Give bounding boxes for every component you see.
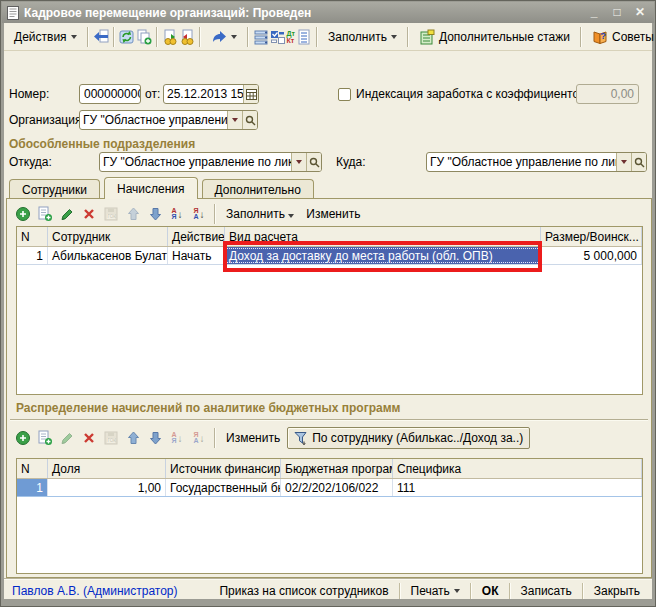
cell-share[interactable]: 1,00	[48, 479, 166, 496]
set-flags-button[interactable]	[270, 26, 286, 48]
to-dropdown-button[interactable]	[616, 153, 631, 171]
column-header[interactable]: Размер/Воинск...	[541, 227, 642, 246]
end-edit-button[interactable]: ГОК	[101, 428, 121, 448]
go-to-button[interactable]	[205, 26, 243, 48]
column-header[interactable]: Источник финансирован...	[166, 459, 281, 478]
chevron-down-icon	[391, 35, 397, 39]
actions-button[interactable]: Действия	[8, 26, 83, 48]
move-up-button[interactable]	[123, 204, 143, 224]
close-button[interactable]: ✕	[631, 5, 649, 20]
accruals-fill-button[interactable]: Заполнить	[221, 205, 299, 223]
refresh-button[interactable]	[119, 26, 135, 48]
go-to-icon	[211, 29, 227, 45]
column-header[interactable]: Специфика	[393, 459, 642, 478]
toolbar-separator	[87, 27, 89, 47]
from-dropdown-button[interactable]	[291, 153, 306, 171]
from-select[interactable]: ГУ "Областное управление по ликви	[99, 152, 322, 172]
from-search-button[interactable]	[306, 153, 321, 171]
sort-descending-button[interactable]: ЯА↓	[189, 428, 209, 448]
toolbar-separator	[156, 27, 158, 47]
register-records-button[interactable]	[296, 26, 312, 48]
by-employee-filter-button[interactable]: По сотруднику (Абилькас../Доход за..)	[287, 427, 530, 449]
sort-asc-icon: АЯ	[171, 432, 176, 445]
additional-experience-button[interactable]: Дополнительные стажи	[413, 26, 576, 48]
to-search-button[interactable]	[631, 153, 646, 171]
delete-row-button[interactable]	[79, 204, 99, 224]
maximize-button[interactable]: □	[608, 5, 626, 20]
cell-employee[interactable]: Абилькасенов Булат Ома...	[48, 247, 168, 264]
date-input[interactable]: 25.12.2013 15:21:14	[163, 84, 259, 104]
column-header[interactable]: Вид расчета	[225, 227, 541, 246]
column-header[interactable]: N	[17, 227, 48, 246]
indexation-coefficient-field: 0,00	[576, 84, 639, 104]
cell-calculation-type-selected[interactable]: Доход за доставку до места работы (обл. …	[225, 247, 541, 264]
accruals-change-button[interactable]: Изменить	[301, 205, 365, 223]
cell-amount[interactable]: 5 000,000	[541, 247, 642, 264]
distribution-change-button[interactable]: Изменить	[221, 429, 285, 447]
move-down-button[interactable]	[145, 204, 165, 224]
postings-button[interactable]: ДтКт	[287, 26, 295, 48]
edit-row-button[interactable]	[57, 428, 77, 448]
edit-row-button[interactable]	[57, 204, 77, 224]
cell-number[interactable]: 1	[17, 247, 48, 264]
move-up-button[interactable]	[123, 428, 143, 448]
pencil-icon	[60, 431, 74, 445]
table-row[interactable]: 1 1,00 Государственный бюджет 02/2/202/1…	[17, 479, 642, 497]
filter-funnel-icon	[294, 431, 308, 445]
tips-button[interactable]: ? Советы	[586, 26, 656, 48]
arrow-up-icon	[127, 207, 140, 221]
copy-row-button[interactable]	[35, 428, 55, 448]
minimize-button[interactable]: _	[585, 5, 603, 20]
sort-ascending-button[interactable]: АЯ↓	[167, 428, 187, 448]
cell-budget-program[interactable]: 02/2/202/106/022	[281, 479, 393, 496]
cell-action[interactable]: Начать	[168, 247, 225, 264]
copy-add-button[interactable]	[136, 26, 152, 48]
search-icon	[245, 115, 256, 126]
unpost-document-button[interactable]	[179, 26, 195, 48]
cell-funding-source[interactable]: Государственный бюджет	[166, 479, 281, 496]
calendar-button[interactable]	[243, 85, 258, 103]
delete-row-button[interactable]	[79, 428, 99, 448]
fill-button[interactable]: Заполнить	[322, 26, 403, 48]
print-button[interactable]: Печать	[407, 582, 464, 600]
tab-accruals[interactable]: Начисления	[104, 177, 198, 199]
organization-dropdown-button[interactable]	[227, 111, 242, 129]
organization-select[interactable]: ГУ "Областное управление по ликви	[79, 110, 258, 130]
search-icon	[634, 157, 645, 168]
move-down-button[interactable]	[145, 428, 165, 448]
current-user-link[interactable]: Павлов А.В. (Администратор)	[12, 584, 178, 598]
distribution-table: N Доля Источник финансирован... Бюджетна…	[16, 458, 643, 574]
column-header[interactable]: N	[17, 459, 48, 478]
column-header[interactable]: Действие	[168, 227, 225, 246]
tab-additional[interactable]: Дополнительно	[202, 179, 314, 199]
close-form-button[interactable]: Закрыть	[590, 582, 644, 600]
tab-employees[interactable]: Сотрудники	[9, 179, 100, 199]
to-select[interactable]: ГУ "Областное управление по ликви	[426, 152, 647, 172]
column-header[interactable]: Доля	[48, 459, 166, 478]
add-row-button[interactable]	[13, 204, 33, 224]
reread-button[interactable]	[93, 26, 109, 48]
copy-row-button[interactable]	[35, 204, 55, 224]
end-edit-button[interactable]: ГОК	[101, 204, 121, 224]
post-document-button[interactable]	[162, 26, 178, 48]
table-row[interactable]: 1 Абилькасенов Булат Ома... Начать Доход…	[17, 247, 642, 265]
save-button[interactable]: Записать	[517, 582, 576, 600]
window: Кадровое перемещение организаций: Провед…	[0, 0, 656, 607]
cell-specifics[interactable]: 111	[393, 479, 642, 496]
column-header[interactable]: Сотрудник	[48, 227, 168, 246]
add-row-button[interactable]	[13, 428, 33, 448]
column-header[interactable]: Бюджетная программа	[281, 459, 393, 478]
organization-search-button[interactable]	[242, 111, 257, 129]
sort-ascending-button[interactable]: АЯ↓	[167, 204, 187, 224]
reread-icon	[93, 29, 109, 45]
cell-number[interactable]: 1	[17, 479, 48, 496]
number-input[interactable]: 00000000001	[79, 84, 141, 104]
structure-button[interactable]	[253, 26, 269, 48]
sort-descending-button[interactable]: ЯА↓	[189, 204, 209, 224]
toolbar-separator	[199, 27, 201, 47]
button-separator	[470, 583, 472, 599]
copy-add-icon	[136, 29, 152, 45]
indexation-checkbox[interactable]	[338, 88, 351, 101]
ok-button[interactable]: ОК	[478, 582, 503, 600]
order-list-button[interactable]: Приказ на список сотрудников	[215, 582, 392, 600]
